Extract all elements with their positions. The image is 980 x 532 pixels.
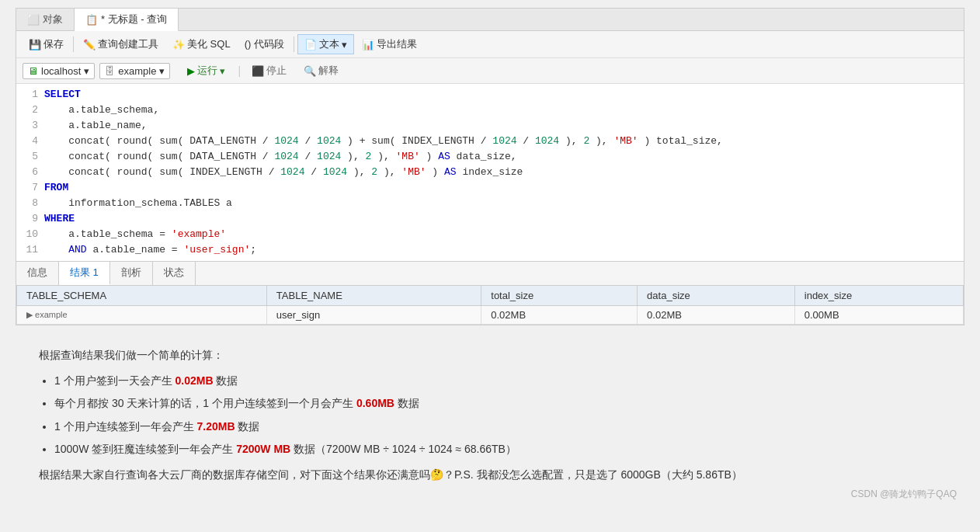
- toolbar-separator-1: [73, 37, 74, 52]
- stop-button[interactable]: ⬛ 停止: [245, 61, 293, 80]
- code-editor[interactable]: 1 SELECT 2 a.table_schema, 3 a.table_nam…: [16, 84, 964, 261]
- run-button[interactable]: ▶ 运行 ▾: [179, 61, 233, 80]
- data-table-wrapper: TABLE_SCHEMA TABLE_NAME total_size data_…: [16, 285, 964, 325]
- beautify-sql-button[interactable]: ✨ 美化 SQL: [166, 35, 237, 54]
- query-window: ⬜ 对象 📋 * 无标题 - 查询 💾 保存 ✏️ 查询创建工具 ✨ 美化 SQ…: [16, 8, 964, 325]
- code-line-6: 6 concat( round( sum( INDEX_LENGTH / 102…: [16, 165, 964, 180]
- arrow-annotation: [826, 285, 850, 287]
- cell-index-size: 0.00MB: [794, 306, 963, 325]
- export-result-button[interactable]: 📊 导出结果: [356, 35, 423, 54]
- list-item-2: 每个月都按 30 天来计算的话，1 个用户连续签到一个月会产生 0.60MB 数…: [54, 394, 941, 413]
- host-dropdown-icon: ▾: [84, 65, 89, 77]
- result-table: TABLE_SCHEMA TABLE_NAME total_size data_…: [16, 285, 964, 325]
- cell-data-size: 0.02MB: [638, 306, 795, 325]
- run-dropdown-icon: ▾: [220, 65, 225, 77]
- objects-icon: ⬜: [27, 14, 40, 26]
- tab-query[interactable]: 📋 * 无标题 - 查询: [75, 9, 179, 31]
- connection-bar: 🖥 localhost ▾ 🗄 example ▾ ▶ 运行 ▾ | ⬛ 停止: [16, 58, 964, 84]
- query-icon: 📋: [85, 14, 98, 26]
- code-line-8: 8 information_schema.TABLES a: [16, 196, 964, 211]
- cell-table-name: user_sign: [266, 306, 481, 325]
- save-icon: 💾: [29, 39, 41, 50]
- tab-info[interactable]: 信息: [16, 262, 59, 285]
- db-icon: 🗄: [105, 65, 115, 77]
- database-selector[interactable]: 🗄 example ▾: [99, 63, 170, 79]
- stop-icon: ⬛: [252, 65, 264, 77]
- run-icon: ▶: [187, 65, 195, 77]
- code-snippet-button[interactable]: () 代码段: [238, 35, 290, 54]
- col-header-data: data_size: [638, 286, 795, 306]
- tab-result1[interactable]: 结果 1: [59, 262, 110, 285]
- query-builder-button[interactable]: ✏️ 查询创建工具: [77, 35, 165, 54]
- explain-button[interactable]: 🔍 解释: [297, 61, 345, 80]
- code-line-4: 4 concat( round( sum( DATA_LENGTH / 1024…: [16, 134, 964, 149]
- cell-total-size: 0.02MB: [481, 306, 638, 325]
- list-item-4: 1000W 签到狂魔连续签到一年会产生 7200W MB 数据（7200W MB…: [54, 440, 941, 459]
- col-header-schema: TABLE_SCHEMA: [17, 286, 267, 306]
- tab-profile[interactable]: 剖析: [110, 262, 153, 285]
- code-line-2: 2 a.table_schema,: [16, 103, 964, 118]
- text-icon: 📄: [304, 39, 317, 50]
- col-header-total: total_size: [481, 286, 638, 306]
- cell-row-indicator: ▶ example: [17, 306, 267, 325]
- list-item-3: 1 个用户连续签到一年会产生 7.20MB 数据: [54, 417, 941, 436]
- query-builder-icon: ✏️: [83, 39, 96, 50]
- toolbar-separator-2: [294, 37, 294, 52]
- article-list: 1 个用户签到一天会产生 0.02MB 数据 每个月都按 30 天来计算的话，1…: [54, 371, 941, 459]
- code-line-5: 5 concat( round( sum( DATA_LENGTH / 1024…: [16, 149, 964, 165]
- list-item-1: 1 个用户签到一天会产生 0.02MB 数据: [54, 371, 941, 391]
- beautify-icon: ✨: [172, 39, 185, 50]
- export-icon: 📊: [362, 39, 374, 50]
- host-selector[interactable]: 🖥 localhost ▾: [23, 63, 95, 79]
- article-intro: 根据查询结果我们做一个简单的计算：: [39, 346, 941, 365]
- code-line-11: 11 AND a.table_name = 'user_sign';: [16, 242, 964, 258]
- tab-status[interactable]: 状态: [153, 262, 196, 285]
- action-separator: |: [238, 64, 241, 77]
- col-header-index: index_size: [794, 286, 963, 306]
- dropdown-icon: ▾: [342, 39, 347, 50]
- col-header-name: TABLE_NAME: [266, 286, 481, 306]
- save-button[interactable]: 💾 保存: [23, 35, 70, 54]
- code-line-10: 10 a.table_schema = 'example': [16, 227, 964, 242]
- code-line-9: 9 WHERE: [16, 211, 964, 227]
- text-button[interactable]: 📄 文本 ▾: [297, 34, 354, 54]
- db-dropdown-icon: ▾: [159, 65, 165, 77]
- host-icon: 🖥: [28, 65, 38, 77]
- result-tabs: 信息 结果 1 剖析 状态: [16, 261, 964, 285]
- article-content: 根据查询结果我们做一个简单的计算： 1 个用户签到一天会产生 0.02MB 数据…: [16, 338, 964, 499]
- explain-icon: 🔍: [304, 65, 316, 77]
- toolbar: 💾 保存 ✏️ 查询创建工具 ✨ 美化 SQL () 代码段 📄 文本 ▾: [16, 31, 964, 58]
- tab-bar: ⬜ 对象 📋 * 无标题 - 查询: [16, 9, 964, 31]
- code-line-3: 3 a.table_name,: [16, 118, 964, 134]
- article-conclusion: 根据结果大家自行查询各大云厂商的数据库存储空间，对下面这个结果你还满意吗🤔？P.…: [39, 465, 941, 485]
- code-line-7: 7 FROM: [16, 180, 964, 196]
- watermark: CSDN @骑龙钓鸭子QAQ: [851, 488, 957, 501]
- table-row: ▶ example user_sign 0.02MB 0.02MB 0.00MB: [17, 306, 964, 325]
- tab-objects[interactable]: ⬜ 对象: [16, 9, 75, 30]
- conn-actions: ▶ 运行 ▾ | ⬛ 停止 🔍 解释: [179, 61, 345, 80]
- code-line-1: 1 SELECT: [16, 87, 964, 103]
